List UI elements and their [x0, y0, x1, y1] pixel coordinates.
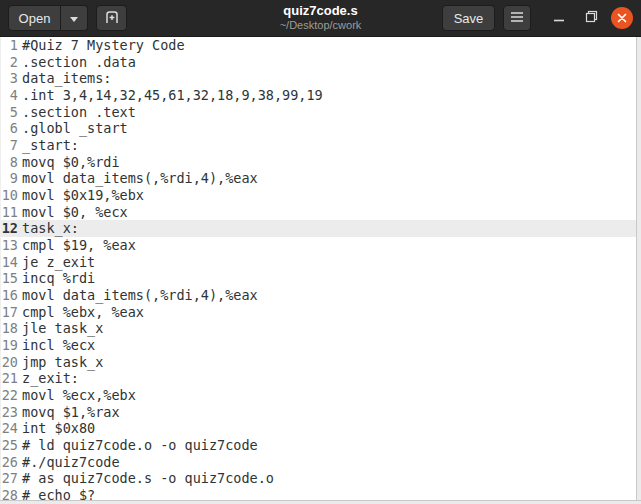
- line-number: 20: [1, 354, 18, 371]
- line-number: 27: [1, 470, 18, 487]
- code-text: jle task_x: [18, 320, 103, 337]
- code-line[interactable]: 10movl $0x19,%ebx: [1, 187, 641, 204]
- code-line[interactable]: 18jle task_x: [1, 320, 641, 337]
- code-text: z_exit:: [18, 370, 79, 387]
- code-text: .section .data: [18, 54, 136, 71]
- code-text: movl data_items(,%rdi,4),%eax: [18, 287, 258, 304]
- code-line[interactable]: 16movl data_items(,%rdi,4),%eax: [1, 287, 641, 304]
- code-line[interactable]: 23movq $1,%rax: [1, 404, 641, 421]
- code-text: movl %ecx,%ebx: [18, 387, 136, 404]
- code-text: .globl _start: [18, 120, 128, 137]
- window-right-edge: [636, 37, 641, 504]
- line-number: 7: [1, 137, 18, 154]
- line-number: 24: [1, 420, 18, 437]
- code-text: cmpl $19, %eax: [18, 237, 136, 254]
- close-button[interactable]: [611, 7, 633, 29]
- code-line[interactable]: 27# as quiz7code.s -o quiz7code.o: [1, 470, 641, 487]
- code-lines: 1#Quiz 7 Mystery Code2.section .data3dat…: [1, 37, 641, 504]
- restore-icon: [585, 10, 598, 26]
- code-line[interactable]: 24int $0x80: [1, 420, 641, 437]
- line-number: 23: [1, 404, 18, 421]
- code-text: #Quiz 7 Mystery Code: [18, 37, 185, 54]
- line-number: 11: [1, 204, 18, 221]
- code-text: movl $0, %ecx: [18, 204, 128, 221]
- minimize-icon: [553, 11, 565, 26]
- line-number: 10: [1, 187, 18, 204]
- code-line[interactable]: 20jmp task_x: [1, 354, 641, 371]
- code-line[interactable]: 9movl data_items(,%rdi,4),%eax: [1, 170, 641, 187]
- code-text: int $0x80: [18, 420, 95, 437]
- window-subtitle: ~/Desktop/cwork: [280, 19, 362, 32]
- minimize-button[interactable]: [547, 6, 571, 30]
- code-text: #./quiz7code: [18, 454, 120, 471]
- restore-button[interactable]: [579, 6, 603, 30]
- line-number: 1: [1, 37, 18, 54]
- code-line[interactable]: 5.section .text: [1, 104, 641, 121]
- line-number: 25: [1, 437, 18, 454]
- line-number: 6: [1, 120, 18, 137]
- code-text: incl %ecx: [18, 337, 95, 354]
- line-number: 19: [1, 337, 18, 354]
- line-number: 14: [1, 254, 18, 271]
- save-button[interactable]: Save: [442, 5, 495, 31]
- open-button[interactable]: Open: [8, 5, 61, 31]
- code-line[interactable]: 2.section .data: [1, 54, 641, 71]
- line-number: 3: [1, 70, 18, 87]
- code-text: movq $0,%rdi: [18, 154, 120, 171]
- code-line[interactable]: 22movl %ecx,%ebx: [1, 387, 641, 404]
- code-text: jmp task_x: [18, 354, 103, 371]
- line-number: 5: [1, 104, 18, 121]
- code-text: task_x:: [18, 220, 79, 237]
- line-number: 16: [1, 287, 18, 304]
- code-line[interactable]: 6.globl _start: [1, 120, 641, 137]
- code-line[interactable]: 8movq $0,%rdi: [1, 154, 641, 171]
- code-line[interactable]: 15incq %rdi: [1, 270, 641, 287]
- code-line[interactable]: 11movl $0, %ecx: [1, 204, 641, 221]
- code-text: cmpl %ebx, %eax: [18, 304, 144, 321]
- code-text: data_items:: [18, 70, 111, 87]
- line-number: 9: [1, 170, 18, 187]
- line-number: 17: [1, 304, 18, 321]
- code-text: movl data_items(,%rdi,4),%eax: [18, 170, 258, 187]
- code-text: movl $0x19,%ebx: [18, 187, 144, 204]
- headerbar: Open quiz7code.s ~/Desktop/cwork: [0, 0, 641, 37]
- line-number: 18: [1, 320, 18, 337]
- gedit-window: Open quiz7code.s ~/Desktop/cwork: [0, 0, 641, 504]
- window-bottom-edge: [0, 500, 641, 504]
- code-text: movq $1,%rax: [18, 404, 120, 421]
- hamburger-icon: [510, 11, 524, 26]
- close-icon: [617, 11, 627, 26]
- line-number: 4: [1, 87, 18, 104]
- line-number: 15: [1, 270, 18, 287]
- line-number: 13: [1, 237, 18, 254]
- code-text: _start:: [18, 137, 79, 154]
- tab-new-icon: [104, 9, 120, 28]
- code-text: je z_exit: [18, 254, 95, 271]
- open-dropdown-button[interactable]: [61, 5, 88, 31]
- headerbar-left: Open: [8, 5, 127, 31]
- code-line[interactable]: 14je z_exit: [1, 254, 641, 271]
- code-text: # ld quiz7code.o -o quiz7code: [18, 437, 258, 454]
- menu-button[interactable]: [503, 5, 531, 31]
- code-line[interactable]: 4.int 3,4,14,32,45,61,32,18,9,38,99,19: [1, 87, 641, 104]
- code-text: # as quiz7code.s -o quiz7code.o: [18, 470, 274, 487]
- code-line[interactable]: 13cmpl $19, %eax: [1, 237, 641, 254]
- text-editor-area[interactable]: 1#Quiz 7 Mystery Code2.section .data3dat…: [0, 37, 641, 504]
- code-line[interactable]: 25# ld quiz7code.o -o quiz7code: [1, 437, 641, 454]
- new-document-button[interactable]: [96, 5, 127, 31]
- code-line[interactable]: 1#Quiz 7 Mystery Code: [1, 37, 641, 54]
- code-line[interactable]: 19incl %ecx: [1, 337, 641, 354]
- code-line[interactable]: 21z_exit:: [1, 370, 641, 387]
- code-line[interactable]: 17cmpl %ebx, %eax: [1, 304, 641, 321]
- line-number: 26: [1, 454, 18, 471]
- open-split-button: Open: [8, 5, 88, 31]
- line-number: 21: [1, 370, 18, 387]
- line-number: 22: [1, 387, 18, 404]
- line-number: 12: [1, 220, 18, 237]
- code-line[interactable]: 26#./quiz7code: [1, 454, 641, 471]
- headerbar-right: Save: [442, 5, 637, 31]
- code-line[interactable]: 7_start:: [1, 137, 641, 154]
- code-line[interactable]: 12task_x:: [1, 220, 641, 237]
- code-text: .section .text: [18, 104, 136, 121]
- code-line[interactable]: 3data_items:: [1, 70, 641, 87]
